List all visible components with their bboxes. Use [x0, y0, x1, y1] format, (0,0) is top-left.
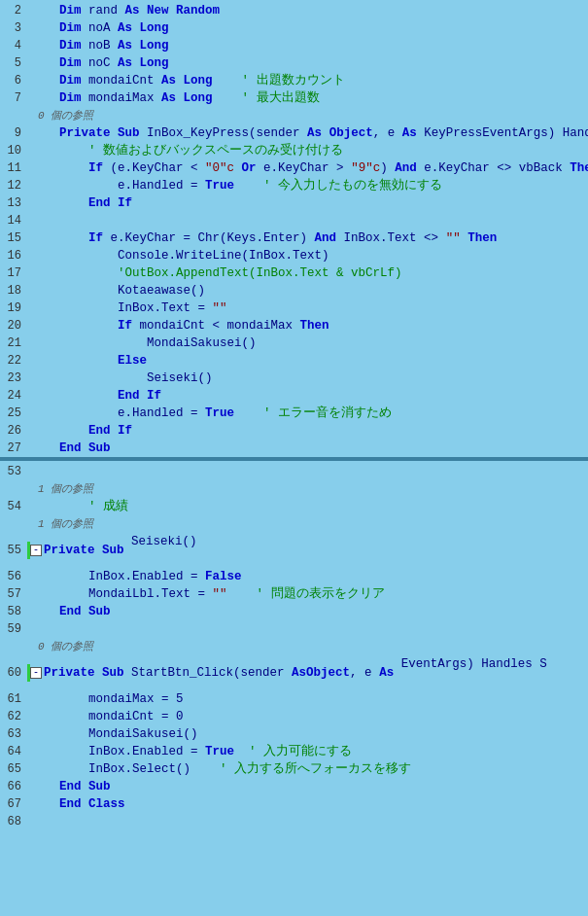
code-line-64: 64 InBox.Enabled = True ' 入力可能にする	[0, 743, 588, 760]
code-line-17: 17 'OutBox.AppendText(InBox.Text & vbCrL…	[0, 264, 588, 282]
code-line-55-ref: 1 個の参照	[0, 515, 588, 533]
collapse-button-60[interactable]: -	[30, 667, 42, 679]
code-line-68: 68	[0, 813, 588, 830]
code-line-19: 19 InBox.Text = ""	[0, 299, 588, 317]
code-line-65: 65 InBox.Select() ' 入力する所へフォーカスを移す	[0, 760, 588, 778]
code-line-54-ref: 1 個の参照	[0, 480, 588, 498]
editor: 2 Dim rand As New Random 3 Dim noA As Lo…	[0, 0, 588, 916]
code-line-5: 5 Dim noC As Long	[0, 54, 588, 72]
code-line-25: 25 e.Handled = True ' エラー音を消すため	[0, 405, 588, 422]
code-line-59: 59	[0, 620, 588, 638]
code-line-56: 56 InBox.Enabled = False	[0, 568, 588, 585]
code-line-22: 22 Else	[0, 352, 588, 370]
bottom-pane: 53 1 個の参照 54 ' 成績 1 個の参照	[0, 461, 588, 916]
code-line-18: 18 Kotaeawase()	[0, 282, 588, 299]
code-line-11: 11 If (e.KeyChar < "0"c Or e.KeyChar > "…	[0, 159, 588, 177]
code-line-6: 6 Dim mondaiCnt As Long ' 出題数カウント	[0, 72, 588, 89]
code-line-2: 2 Dim rand As New Random	[0, 2, 588, 19]
top-code-container: 2 Dim rand As New Random 3 Dim noA As Lo…	[0, 0, 588, 457]
code-line-20: 20 If mondaiCnt < mondaiMax Then	[0, 317, 588, 335]
code-line-24: 24 End If	[0, 387, 588, 405]
code-line-55: 55 - Private Sub Seiseki()	[0, 533, 588, 568]
code-line-21: 21 MondaiSakusei()	[0, 335, 588, 352]
code-line-7: 7 Dim mondaiMax As Long ' 最大出題数	[0, 89, 588, 107]
code-line-61: 61 mondaiMax = 5	[0, 690, 588, 708]
code-line-54: 54 ' 成績	[0, 498, 588, 515]
code-line-4: 4 Dim noB As Long	[0, 37, 588, 54]
code-line-60-ref: 0 個の参照	[0, 638, 588, 655]
code-line-23: 23 Seiseki()	[0, 370, 588, 387]
code-line-15: 15 If e.KeyChar = Chr(Keys.Enter) And In…	[0, 229, 588, 247]
code-line-10: 10 ' 数値およびバックスペースのみ受け付ける	[0, 142, 588, 159]
code-line-12: 12 e.Handled = True ' 今入力したものを無効にする	[0, 177, 588, 194]
code-line-58: 58 End Sub	[0, 603, 588, 620]
code-line-16: 16 Console.WriteLine(InBox.Text)	[0, 247, 588, 264]
code-line-60: 60 - Private Sub StartBtn_Click(sender A…	[0, 655, 588, 690]
code-line-27: 27 End Sub	[0, 440, 588, 457]
collapse-button-55[interactable]: -	[30, 545, 42, 556]
top-pane: 2 Dim rand As New Random 3 Dim noA As Lo…	[0, 0, 588, 457]
code-line-9: 9 Private Sub InBox_KeyPress(sender As O…	[0, 124, 588, 142]
code-line-13: 13 End If	[0, 194, 588, 212]
code-line-63: 63 MondaiSakusei()	[0, 725, 588, 743]
code-line-26: 26 End If	[0, 422, 588, 440]
code-line-57: 57 MondaiLbl.Text = "" ' 問題の表示をクリア	[0, 585, 588, 603]
code-line-8-ref: 0 個の参照	[0, 107, 588, 124]
bottom-code-container: 53 1 個の参照 54 ' 成績 1 個の参照	[0, 461, 588, 832]
code-line-14: 14	[0, 212, 588, 229]
code-line-3: 3 Dim noA As Long	[0, 19, 588, 37]
code-line-66: 66 End Sub	[0, 778, 588, 795]
code-line-67: 67 End Class	[0, 795, 588, 813]
code-line-62: 62 mondaiCnt = 0	[0, 708, 588, 725]
code-line-53: 53	[0, 463, 588, 480]
